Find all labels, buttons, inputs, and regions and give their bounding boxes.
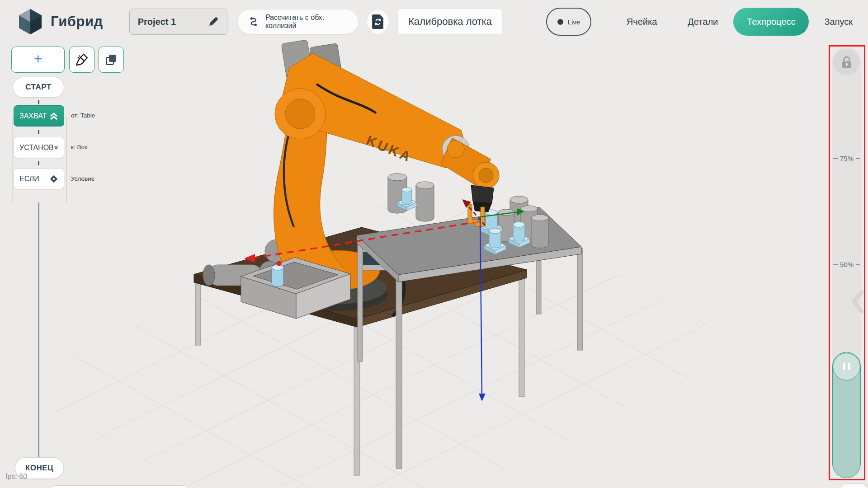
live-toggle[interactable]: Live (546, 8, 591, 36)
clear-button[interactable] (69, 47, 94, 73)
app-logo: Гибрид (17, 8, 103, 35)
nav-tab-run[interactable]: Запуск (809, 8, 868, 36)
logo-hexagon-icon (17, 8, 43, 35)
block-grab[interactable]: ЗАХВАТ (14, 105, 64, 127)
trajectory-waypoint-dot (277, 261, 282, 266)
side-panel-partial (842, 483, 866, 488)
connector-tick (38, 130, 39, 134)
main-nav: Ячейка Детали Техпроцесс Запуск (611, 8, 868, 36)
nav-tab-parts[interactable]: Детали (672, 8, 733, 36)
lane-border-left (12, 117, 13, 203)
chevrons-up-icon (49, 112, 58, 120)
copy-icon (105, 53, 118, 66)
block-grab-annotation: от: Table (71, 112, 95, 119)
app-name: Гибрид (51, 14, 103, 30)
edit-pencil-icon[interactable] (208, 16, 219, 27)
fps-counter: fps: 60 (5, 473, 27, 481)
chevrons-down-icon (54, 144, 58, 152)
plus-icon: + (34, 51, 42, 67)
broom-icon (75, 53, 89, 66)
bottom-panel-partial (50, 485, 189, 488)
block-place-annotation: к: Box (71, 144, 88, 150)
route-icon (250, 16, 260, 28)
table-right[interactable] (357, 207, 583, 469)
viewport-3d[interactable]: KUKA (0, 0, 868, 488)
duplicate-button[interactable] (99, 47, 124, 73)
document-sync-icon (371, 14, 385, 29)
sync-program-button[interactable] (367, 9, 389, 34)
block-if[interactable]: ЕСЛИ (14, 168, 64, 189)
lane-border-right (66, 117, 67, 203)
nav-tab-process[interactable]: Техпроцесс (733, 8, 809, 36)
nav-tab-cell[interactable]: Ячейка (611, 8, 672, 36)
workflow-connector-line (38, 202, 39, 457)
condition-diamond-icon (49, 174, 58, 183)
calc-collisions-button[interactable]: Рассчитать с обх. коллизий (237, 9, 359, 34)
block-if-annotation: Условие (71, 175, 94, 182)
project-name: Project 1 (138, 17, 176, 27)
block-place[interactable]: УСТАНОВ (14, 137, 64, 158)
live-dot-icon (557, 19, 563, 25)
program-title[interactable]: Калибровка лотка (397, 9, 503, 35)
add-block-button[interactable]: + (11, 47, 65, 73)
connector-tick (38, 100, 39, 104)
calc-collisions-label: Рассчитать с обх. коллизий (265, 14, 346, 30)
start-node[interactable]: СТАРТ (13, 77, 64, 98)
project-name-field[interactable]: Project 1 (129, 9, 227, 35)
connector-tick (38, 161, 39, 165)
floor-grid (14, 176, 750, 488)
top-bar: Гибрид Project 1 Рассчитать с обх. колли… (0, 0, 868, 43)
annotation-red-frame (829, 45, 865, 480)
tray-part-cylinder (272, 265, 283, 286)
